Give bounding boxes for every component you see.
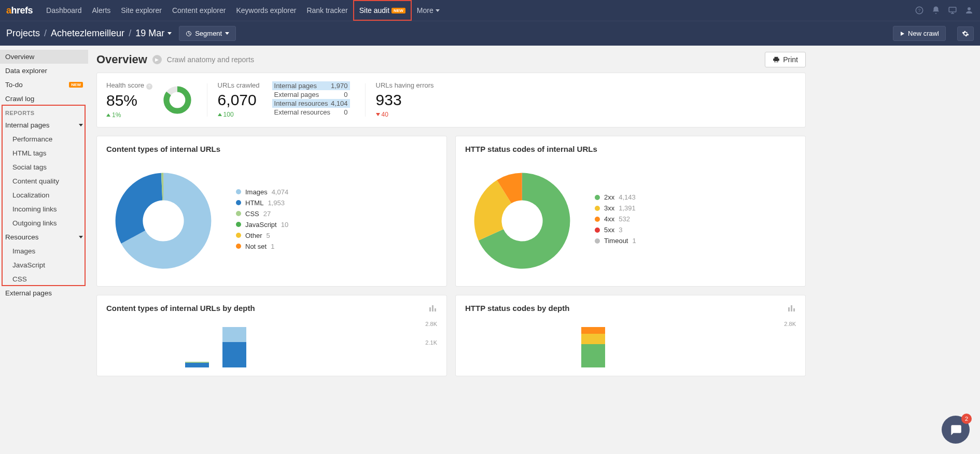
legend-item[interactable]: Other 5: [236, 232, 288, 239]
layout: Overview Data explorer To-doNEW Crawl lo…: [0, 46, 980, 391]
legend-dot: [236, 211, 241, 216]
svg-rect-8: [432, 305, 433, 311]
print-button[interactable]: Print: [765, 52, 806, 67]
legend-dot: [236, 233, 241, 238]
nav-keywords-explorer[interactable]: Keywords explorer: [231, 0, 301, 21]
breadcrumb: Projects / Achetezlemeilleur / 19 Mar: [6, 28, 172, 39]
legend-item[interactable]: Not set 1: [236, 243, 288, 250]
page-subtitle: Crawl anatomy and reports: [167, 55, 254, 64]
sidebar-item-javascript[interactable]: JavaScript: [0, 258, 88, 272]
subbar: Projects / Achetezlemeilleur / 19 Mar Se…: [0, 21, 980, 46]
print-icon: [773, 56, 780, 63]
sidebar-item-crawl-log[interactable]: Crawl log: [0, 92, 88, 106]
svg-rect-12: [793, 308, 795, 311]
sidebar-item-html-tags[interactable]: HTML tags: [0, 146, 88, 160]
date-dropdown[interactable]: 19 Mar: [135, 28, 172, 39]
legend-item[interactable]: 5xx 3: [595, 226, 636, 234]
health-donut: [163, 86, 192, 115]
help-icon[interactable]: ?: [915, 6, 924, 15]
sidebar-item-todo[interactable]: To-doNEW: [0, 78, 88, 92]
chevron-down-icon: [79, 124, 83, 126]
chart-status-codes: HTTP status codes of internal URLs 2xx 4…: [455, 136, 806, 287]
bar-chart-icon[interactable]: [788, 304, 796, 311]
bar-chart-icon[interactable]: [429, 304, 437, 311]
monitor-icon[interactable]: [948, 6, 957, 15]
date-label: 19 Mar: [135, 28, 164, 39]
nav-rank-tracker[interactable]: Rank tracker: [301, 0, 353, 21]
sidebar-item-overview[interactable]: Overview: [0, 50, 88, 64]
chart-status-codes-depth: HTTP status codes by depth 2.8K: [455, 295, 806, 376]
legend-item[interactable]: Images 4,074: [236, 188, 288, 196]
new-crawl-button[interactable]: New crawl: [893, 26, 946, 41]
nav-alerts[interactable]: Alerts: [87, 0, 116, 21]
table-row[interactable]: External resources0: [272, 108, 350, 117]
svg-point-3: [968, 7, 971, 10]
svg-rect-9: [435, 308, 436, 311]
nav-more[interactable]: More: [412, 0, 445, 21]
chart-content-types-depth: Content types of internal URLs by depth …: [96, 295, 447, 376]
bar-column[interactable]: [581, 327, 605, 367]
legend-item[interactable]: HTML 1,953: [236, 199, 288, 207]
sidebar-item-outgoing-links[interactable]: Outgoing links: [0, 216, 88, 230]
sidebar-item-external-pages[interactable]: External pages: [0, 286, 88, 300]
sidebar-item-resources[interactable]: Resources: [0, 230, 88, 244]
legend-content-types: Images 4,074HTML 1,953CSS 27JavaScript 1…: [236, 188, 288, 253]
triangle-down-icon: [376, 113, 380, 116]
segment-icon: [186, 31, 192, 37]
chevron-down-icon: [436, 9, 440, 12]
nav-dashboard[interactable]: Dashboard: [41, 0, 87, 21]
legend-item[interactable]: Timeout 1: [595, 237, 636, 245]
page-head: Overview ▶ Crawl anatomy and reports Pri…: [96, 52, 806, 67]
settings-button[interactable]: [957, 26, 974, 41]
logo-text: hrefs: [11, 5, 33, 16]
logo[interactable]: ahrefs: [6, 5, 33, 16]
help-icon[interactable]: ?: [146, 83, 152, 90]
nav-site-audit[interactable]: Site audit NEW: [353, 0, 412, 21]
chart-content-types: Content types of internal URLs Images 4,…: [96, 136, 447, 287]
nav-content-explorer[interactable]: Content explorer: [167, 0, 231, 21]
svg-rect-2: [949, 7, 956, 12]
nav-site-audit-label: Site audit: [359, 6, 389, 15]
bar-column[interactable]: [185, 362, 209, 367]
legend-item[interactable]: 3xx 1,391: [595, 204, 636, 212]
sidebar-item-incoming-links[interactable]: Incoming links: [0, 202, 88, 216]
table-row[interactable]: Internal pages1,970: [272, 81, 350, 90]
topnav: Dashboard Alerts Site explorer Content e…: [41, 0, 915, 21]
logo-prefix: a: [6, 5, 11, 16]
sidebar-item-css[interactable]: CSS: [0, 272, 88, 286]
user-icon[interactable]: [964, 6, 974, 15]
legend-dot: [236, 244, 241, 249]
play-icon[interactable]: ▶: [152, 55, 162, 64]
legend-item[interactable]: CSS 27: [236, 210, 288, 218]
table-row[interactable]: Internal resources4,104: [272, 99, 350, 108]
table-row[interactable]: External pages0: [272, 90, 350, 99]
legend-dot: [595, 195, 600, 200]
triangle-up-icon: [218, 113, 222, 116]
sidebar-item-content-quality[interactable]: Content quality: [0, 174, 88, 188]
metric-health: Health score ? 85% 1%: [106, 81, 207, 119]
bell-icon[interactable]: [931, 6, 941, 15]
sidebar-item-images[interactable]: Images: [0, 244, 88, 258]
sidebar-item-performance[interactable]: Performance: [0, 132, 88, 146]
legend-status-codes: 2xx 4,1433xx 1,3914xx 5325xx 3Timeout 1: [595, 193, 636, 248]
health-value: 85%: [106, 92, 152, 109]
sidebar-item-internal-pages[interactable]: Internal pages: [0, 118, 88, 132]
legend-item[interactable]: 4xx 532: [595, 215, 636, 223]
triangle-up-icon: [106, 114, 110, 117]
breadcrumb-root[interactable]: Projects: [6, 28, 40, 39]
breadcrumb-project[interactable]: Achetezlemeilleur: [51, 28, 124, 39]
chevron-down-icon: [79, 236, 83, 238]
legend-item[interactable]: 2xx 4,143: [595, 193, 636, 201]
nav-site-explorer[interactable]: Site explorer: [116, 0, 167, 21]
bar-column[interactable]: [222, 327, 246, 367]
play-icon: [900, 31, 905, 36]
sidebar-item-social-tags[interactable]: Social tags: [0, 160, 88, 174]
donut-content-types: [106, 164, 220, 278]
sidebar-item-data-explorer[interactable]: Data explorer: [0, 64, 88, 78]
gear-icon: [962, 30, 969, 37]
segment-button[interactable]: Segment: [179, 26, 236, 41]
legend-item[interactable]: JavaScript 10: [236, 221, 288, 229]
legend-dot: [595, 238, 600, 244]
main: Overview ▶ Crawl anatomy and reports Pri…: [88, 46, 814, 391]
sidebar-item-localization[interactable]: Localization: [0, 188, 88, 202]
